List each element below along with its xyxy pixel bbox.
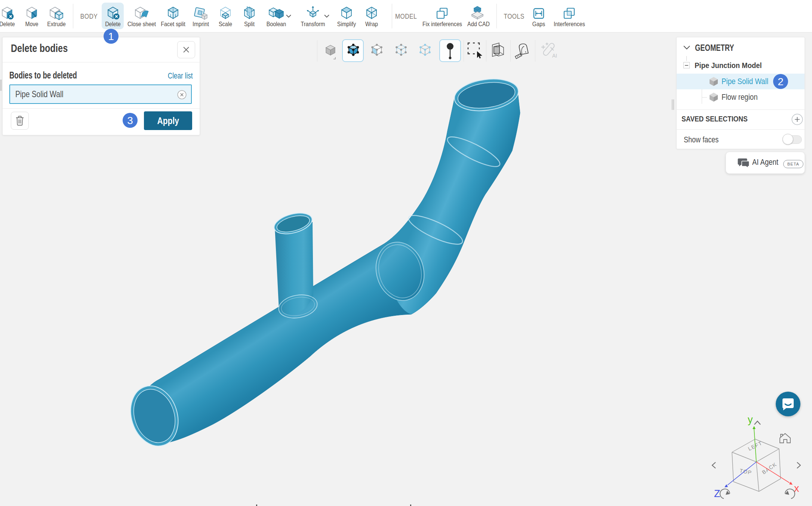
svg-text:BACK: BACK [761, 461, 778, 475]
svg-text:Z: Z [714, 488, 720, 499]
svg-text:y: y [748, 414, 753, 425]
svg-text:AI: AI [552, 53, 557, 59]
